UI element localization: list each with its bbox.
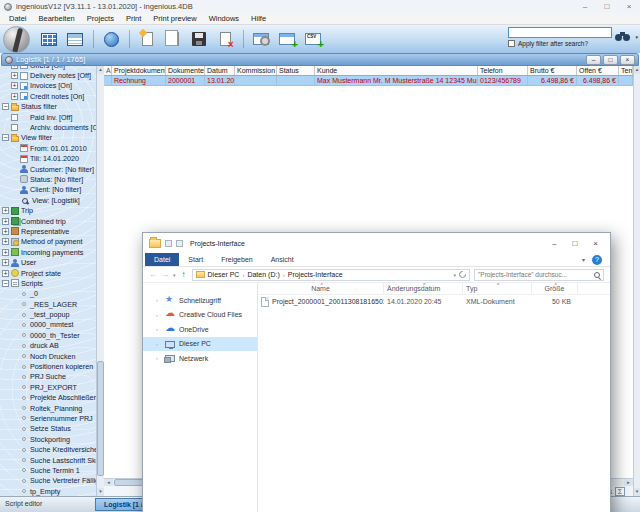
table-row[interactable]: Rechnung200000113.01.20Max Mustermann Mr… [104,76,633,86]
chevron-right-icon[interactable]: › [156,341,161,347]
tree-expander[interactable] [2,218,9,225]
tree-item[interactable]: tp_Empty [11,486,96,496]
explorer-titlebar[interactable]: Projects-Interface [143,233,610,253]
table-corner-header[interactable]: A [104,66,112,75]
tree-item[interactable]: Stockporting [11,434,96,444]
ribbon-tab[interactable]: Freigeben [212,253,262,266]
minimize-icon[interactable] [552,239,556,248]
tree-item[interactable]: Suche Termin 1 [11,465,96,475]
file-column-header[interactable]: ^Änderungsdatum [384,283,463,294]
table-vertical-scrollbar[interactable]: ▲ ▼ [633,66,640,496]
ingenious-logo-icon[interactable] [3,26,30,53]
apply-filter-checkbox[interactable] [508,40,515,47]
tree-item[interactable]: Invoices [On] [11,81,96,91]
menu-item[interactable]: Windows [203,14,245,23]
toolbar-button[interactable] [249,27,273,51]
table-column-header[interactable]: Projektdokument [112,66,166,75]
sidebar-scrollbar-thumb[interactable] [97,361,104,476]
tree-item[interactable]: Incoming payments [2,247,96,257]
tree-item[interactable]: druck AB [11,341,96,351]
tree-item[interactable]: Status: [No filter] [11,174,96,184]
tree-item[interactable]: Trip [2,205,96,215]
tree-item[interactable]: User [2,257,96,267]
menu-item[interactable]: Datei [3,14,33,23]
ribbon-tab[interactable]: Start [179,253,212,266]
breadcrumb-item[interactable]: Daten (D:) [247,271,279,278]
table-column-header[interactable]: Telefon [478,66,528,75]
tree-item[interactable]: Suche Kreditversicherung [11,444,96,454]
tree-item[interactable]: From: 01.01.2010 [11,143,96,153]
nav-item[interactable]: › Creative Cloud Files [143,308,257,323]
tree-item[interactable]: 0000_mmtest [11,320,96,330]
toolbar-button[interactable] [63,27,87,51]
tree-item[interactable]: _0 [11,289,96,299]
table-column-header[interactable]: Kunde [315,66,478,75]
tree-item[interactable]: Customer: [No filter] [11,164,96,174]
scroll-left-icon[interactable]: ◄ [104,479,113,486]
menu-item[interactable]: Print [120,14,147,23]
table-column-header[interactable]: Offen € [577,66,619,75]
ribbon-collapse-icon[interactable]: ▾ [582,256,585,263]
chevron-right-icon[interactable]: › [156,312,161,318]
breadcrumb-item[interactable]: Projects-Interface [288,271,343,278]
sidebar-scrollbar[interactable]: ▲ ▼ [96,66,104,496]
scroll-down-icon[interactable]: ▼ [97,488,104,496]
ribbon-tab[interactable]: Datei [145,253,179,266]
toolbar-button[interactable] [99,27,123,51]
tree-expander[interactable] [11,72,18,79]
toolbar-button[interactable] [301,27,325,51]
maximize-icon[interactable] [602,2,612,11]
file-column-header[interactable]: ^Größe [532,283,578,294]
menu-item[interactable]: Print preview [147,14,202,23]
tree-expander[interactable] [2,259,9,266]
tree-item[interactable]: Till: 14.01.2020 [11,154,96,164]
search-input[interactable] [508,27,612,38]
tree-item[interactable]: Positionen kopieren [11,361,96,371]
toolbar-button[interactable] [275,27,299,51]
search-dropdown-caret-icon[interactable]: ▾ [635,34,638,40]
toolbar-button[interactable] [161,27,185,51]
tree-item[interactable]: Delivery notes [Off] [11,70,96,80]
tree-item[interactable]: Status filter [2,102,96,112]
close-icon[interactable] [624,2,634,11]
tree-item[interactable]: Scripts [2,278,96,288]
table-column-header[interactable]: Status [277,66,315,75]
quick-access-icon[interactable] [165,240,172,247]
nav-item[interactable]: › Netzwerk [143,351,257,366]
help-icon[interactable] [592,255,602,265]
scroll-right-icon[interactable]: ► [624,479,633,486]
tree-item[interactable]: Project state [2,268,96,278]
tree-item[interactable]: 0000_th_Tester [11,330,96,340]
explorer-search-input[interactable] [478,271,592,278]
tree-item[interactable]: Suche Vertreter Fällig [11,476,96,486]
tree-item[interactable]: PRJ Suche [11,372,96,382]
chevron-right-icon[interactable]: › [156,297,161,303]
toolbar-button[interactable] [213,27,237,51]
table-column-header[interactable]: Kommission [235,66,277,75]
tree-item[interactable]: Credit notes [On] [11,91,96,101]
table-column-header[interactable]: Dokumentennr [166,66,205,75]
tree-item[interactable]: Seriennummer PRJ [11,413,96,423]
mdi-restore-icon[interactable] [603,55,618,65]
tree-item[interactable]: Method of payment [2,237,96,247]
chevron-right-icon[interactable]: › [156,355,161,361]
tree-expander[interactable] [2,134,9,141]
forward-icon[interactable]: → [161,270,169,279]
scroll-up-icon[interactable]: ▲ [97,66,104,74]
address-caret-icon[interactable]: ▾ [453,272,456,278]
toolbar-button[interactable] [37,27,61,51]
close-icon[interactable] [593,239,598,248]
tree-item[interactable]: PRJ_EXPORT [11,382,96,392]
tree-item[interactable]: Combined trip [2,216,96,226]
tree-item[interactable]: View: [Logistik] [11,195,96,205]
tree-expander[interactable] [11,93,18,100]
nav-item[interactable]: › Schnellzugriff [143,293,257,308]
tree-expander[interactable] [11,124,18,131]
tree-expander[interactable] [11,114,18,121]
file-column-header[interactable]: ^Name [258,283,384,294]
sigma-totals-icon[interactable] [615,487,625,496]
back-icon[interactable]: ← [149,270,157,279]
chevron-right-icon[interactable]: › [156,326,161,332]
breadcrumb[interactable]: Dieser PC › Daten (D:) › Projects-Interf… [192,269,470,281]
ribbon-tab[interactable]: Ansicht [262,253,303,266]
